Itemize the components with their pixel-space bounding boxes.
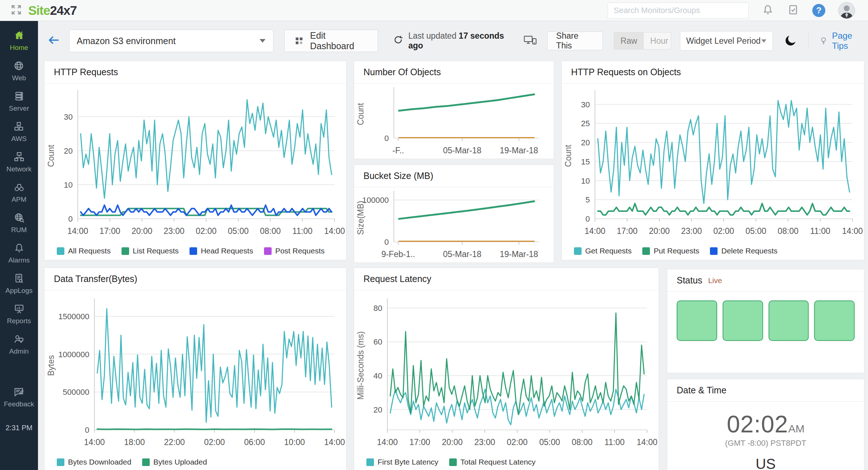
sidebar-item-reports[interactable]: Reports bbox=[7, 303, 31, 325]
widget-request-latency: Request Latency 2040608014:0017:0020:002… bbox=[354, 268, 659, 470]
svg-text:11:00: 11:00 bbox=[604, 437, 625, 447]
widget-status: Status Live bbox=[667, 269, 864, 373]
http-requests-legend: All RequestsList RequestsHead RequestsPo… bbox=[44, 243, 346, 259]
sidebar-item-server[interactable]: Server bbox=[9, 90, 29, 112]
svg-text:500000: 500000 bbox=[63, 388, 89, 397]
svg-text:25: 25 bbox=[581, 119, 590, 128]
widget-level-period-dropdown[interactable]: Widget Level Period bbox=[680, 31, 773, 51]
number-of-objects-chart: 0-F..05-Mar-1819-Mar-18Count bbox=[354, 84, 553, 158]
refresh-icon[interactable] bbox=[393, 35, 403, 47]
legend-item[interactable]: All Requests bbox=[57, 247, 111, 255]
svg-text:23:00: 23:00 bbox=[474, 437, 495, 447]
sidebar-item-admin[interactable]: Admin bbox=[9, 333, 29, 355]
http-requests-on-objects-legend: Get RequestsPut RequestsDelete Requests bbox=[562, 243, 864, 259]
request-latency-legend: First Byte LatencyTotal Request Latency bbox=[354, 454, 659, 470]
apm-icon bbox=[13, 181, 25, 193]
legend-item[interactable]: Bytes Uploaded bbox=[142, 458, 207, 466]
svg-text:19-Mar-18: 19-Mar-18 bbox=[500, 249, 538, 259]
toggle-raw[interactable]: Raw bbox=[614, 33, 644, 49]
sidebar-item-rum[interactable]: RUM bbox=[11, 212, 27, 234]
legend-item[interactable]: Total Request Latency bbox=[449, 458, 536, 466]
header-actions: ? bbox=[608, 2, 868, 19]
svg-text:14:00: 14:00 bbox=[324, 437, 345, 447]
svg-text:100000: 100000 bbox=[362, 196, 389, 205]
svg-text:23:00: 23:00 bbox=[163, 226, 184, 236]
alarms-icon bbox=[13, 242, 25, 254]
svg-text:17:00: 17:00 bbox=[617, 226, 638, 236]
svg-text:17:00: 17:00 bbox=[99, 226, 120, 236]
legend-swatch bbox=[264, 247, 272, 255]
expand-arrows-icon[interactable] bbox=[10, 4, 22, 17]
sidebar-item-home[interactable]: Home bbox=[10, 30, 28, 52]
legend-item[interactable]: Put Requests bbox=[642, 247, 699, 255]
svg-text:14:00: 14:00 bbox=[637, 437, 658, 447]
widget-date-time: Date & Time 02:02AM (GMT -8:00) PST8PDT … bbox=[667, 379, 864, 470]
dark-mode-moon-icon[interactable] bbox=[784, 34, 797, 48]
svg-text:0: 0 bbox=[384, 238, 389, 247]
legend-item[interactable]: List Requests bbox=[122, 247, 179, 255]
sidebar-item-apm[interactable]: APM bbox=[12, 181, 26, 204]
applogs-icon bbox=[13, 273, 25, 284]
svg-text:14:00: 14:00 bbox=[67, 226, 88, 236]
svg-text:Milli-Seconds (ms): Milli-Seconds (ms) bbox=[356, 331, 365, 400]
search-input[interactable] bbox=[608, 3, 749, 18]
bell-icon[interactable] bbox=[762, 4, 774, 17]
svg-text:0: 0 bbox=[85, 426, 89, 435]
svg-text:08:00: 08:00 bbox=[778, 226, 799, 236]
svg-text:5: 5 bbox=[586, 195, 590, 204]
sidebar-clock: 2:31 PM bbox=[5, 424, 32, 432]
legend-swatch bbox=[710, 247, 718, 255]
help-icon[interactable]: ? bbox=[812, 4, 825, 17]
edit-dashboard-icon bbox=[294, 35, 304, 46]
admin-icon bbox=[13, 333, 25, 345]
sidebar-item-feedback[interactable]: Feedback bbox=[4, 386, 34, 408]
legend-item[interactable]: Post Requests bbox=[264, 247, 325, 255]
widget-number-of-objects: Number Of Objects 0-F..05-Mar-1819-Mar-1… bbox=[354, 61, 554, 159]
legend-item[interactable]: Get Requests bbox=[574, 247, 631, 255]
sidebar-item-web[interactable]: Web bbox=[12, 60, 26, 82]
svg-text:10:00: 10:00 bbox=[284, 437, 305, 447]
svg-text:11:00: 11:00 bbox=[292, 226, 312, 236]
svg-text:05-Mar-18: 05-Mar-18 bbox=[443, 146, 481, 155]
page-tips-link[interactable]: Page Tips bbox=[819, 31, 868, 51]
svg-text:30: 30 bbox=[581, 100, 590, 109]
svg-text:17:00: 17:00 bbox=[409, 437, 430, 447]
svg-text:14:00: 14:00 bbox=[84, 437, 105, 447]
svg-text:15: 15 bbox=[581, 157, 590, 166]
status-box[interactable] bbox=[723, 300, 763, 341]
date-time-body: 02:02AM (GMT -8:00) PST8PDT US 23 Mar 20… bbox=[667, 402, 864, 470]
dashboard-toolbar: Amazon S3 environment Edit Dashboard Las… bbox=[38, 21, 868, 61]
edit-dashboard-button[interactable]: Edit Dashboard bbox=[284, 30, 378, 52]
share-this-button[interactable]: Share This bbox=[547, 31, 603, 50]
svg-text:80: 80 bbox=[374, 304, 382, 313]
legend-label: Put Requests bbox=[654, 247, 699, 255]
widget-http-requests-on-objects: HTTP Requests on Objects 05101520253014:… bbox=[561, 61, 864, 260]
sidebar-item-alarms[interactable]: Alarms bbox=[8, 242, 30, 264]
sidebar-item-network[interactable]: Network bbox=[7, 151, 32, 173]
tasks-icon[interactable] bbox=[787, 4, 799, 17]
dashboard-selector[interactable]: Amazon S3 environment bbox=[69, 30, 273, 52]
legend-item[interactable]: First Byte Latency bbox=[366, 458, 438, 466]
legend-label: Total Request Latency bbox=[460, 458, 536, 466]
status-box[interactable] bbox=[677, 300, 717, 341]
widget-title: Number Of Objects bbox=[354, 61, 554, 84]
raw-hour-toggle: Raw Hour bbox=[614, 32, 671, 50]
legend-item[interactable]: Bytes Downloaded bbox=[57, 458, 131, 466]
status-box[interactable] bbox=[814, 300, 855, 341]
legend-item[interactable]: Head Requests bbox=[190, 247, 253, 255]
network-icon bbox=[13, 151, 25, 163]
status-box[interactable] bbox=[769, 300, 809, 341]
data-transfer-chart: 05000001000000150000014:0018:0022:0002:0… bbox=[44, 290, 345, 454]
legend-label: Get Requests bbox=[585, 247, 631, 255]
widget-title: Date & Time bbox=[667, 379, 864, 402]
widget-title: HTTP Requests bbox=[44, 61, 346, 84]
legend-item[interactable]: Delete Requests bbox=[710, 247, 777, 255]
sidebar-item-aws[interactable]: AWS bbox=[11, 121, 27, 143]
avatar[interactable] bbox=[838, 2, 855, 19]
toggle-hour[interactable]: Hour bbox=[644, 33, 671, 49]
widget-http-requests: HTTP Requests 010203014:0017:0020:0023:0… bbox=[44, 61, 346, 260]
sidebar-item-applogs[interactable]: AppLogs bbox=[5, 273, 33, 295]
back-arrow-icon[interactable] bbox=[47, 33, 60, 48]
http-requests-chart: 010203014:0017:0020:0023:0002:0005:0008:… bbox=[44, 84, 345, 243]
devices-icon[interactable] bbox=[523, 34, 537, 48]
